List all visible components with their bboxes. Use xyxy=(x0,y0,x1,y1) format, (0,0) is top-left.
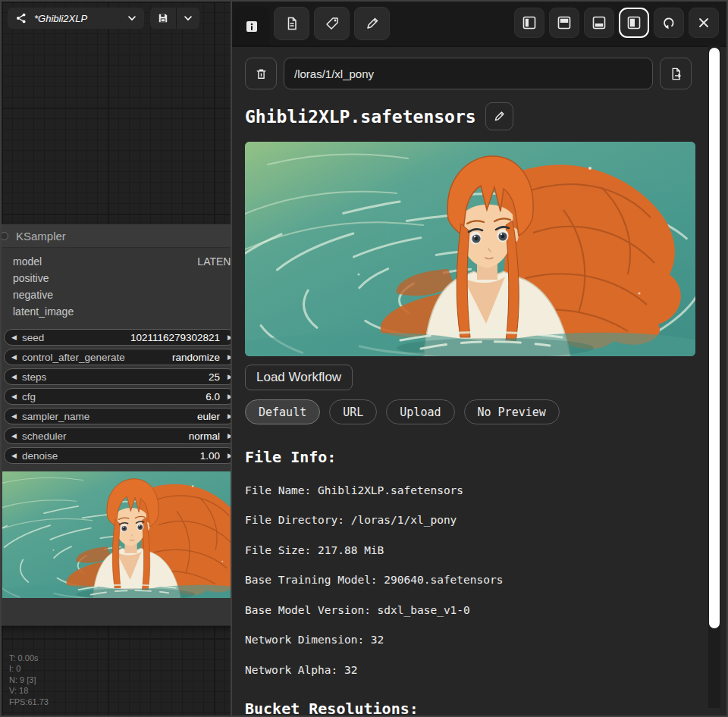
decrement-arrow-icon[interactable]: ◀ xyxy=(11,413,17,420)
save-icon xyxy=(157,12,169,24)
file-name-line: File Name: Ghibli2XLP.safetensors xyxy=(245,484,692,496)
tab-document[interactable] xyxy=(274,7,309,40)
dock-bottom-icon xyxy=(592,15,607,30)
node-input-label: model xyxy=(13,255,42,268)
dock-left-button[interactable] xyxy=(514,8,544,38)
swap-arrow-icon xyxy=(661,15,676,30)
stat-time: T: 0.00s xyxy=(9,653,49,663)
share-icon xyxy=(15,12,27,24)
save-options-button[interactable] xyxy=(176,8,199,29)
widget-control-after-generate[interactable]: ◀ control_after_generate randomize ▶ xyxy=(4,349,231,365)
chevron-down-icon xyxy=(184,14,193,23)
graph-canvas[interactable]: *Ghibli2XLP KSampl xyxy=(2,2,231,715)
widget-seed[interactable]: ◀ seed 1021116279302821 ▶ xyxy=(4,329,231,346)
dock-right-button[interactable] xyxy=(619,8,649,38)
widget-scheduler[interactable]: ◀ scheduler normal ▶ xyxy=(4,427,231,444)
node-preview-image xyxy=(2,471,231,598)
stat-version: V: 18 xyxy=(9,685,49,696)
dock-top-button[interactable] xyxy=(549,8,579,38)
decrement-arrow-icon[interactable]: ◀ xyxy=(11,393,17,400)
node-output-label: LATENT xyxy=(197,255,231,268)
dock-top-icon xyxy=(557,15,572,30)
trash-icon xyxy=(254,67,268,81)
model-title: Ghibli2XLP.safetensors xyxy=(245,107,476,127)
chevron-down-icon xyxy=(127,14,136,23)
close-icon xyxy=(697,16,711,30)
stat-nodes: N: 9 [3] xyxy=(9,675,49,685)
node-title: KSampler xyxy=(16,230,66,243)
panel-content: Ghibli2XLP.safetensors Load Workflow Def… xyxy=(232,45,726,715)
preview-default-button[interactable]: Default xyxy=(245,399,320,424)
document-icon xyxy=(284,16,300,31)
node-input-label: positive xyxy=(13,272,49,284)
pencil-icon xyxy=(493,110,506,123)
dock-right-icon xyxy=(626,15,642,30)
move-file-button[interactable] xyxy=(660,58,692,89)
model-preview-image[interactable] xyxy=(245,142,695,356)
base-model-version-line: Base Model Version: sdxl_base_v1-0 xyxy=(245,604,692,616)
info-icon xyxy=(244,19,259,34)
file-size-line: File Size: 217.88 MiB xyxy=(245,544,692,556)
widget-sampler-name[interactable]: ◀ sampler_name euler ▶ xyxy=(4,408,231,424)
directory-path-input[interactable] xyxy=(284,58,653,89)
base-training-model-line: Base Training Model: 290640.safetensors xyxy=(245,574,692,586)
decrement-arrow-icon[interactable]: ◀ xyxy=(11,334,17,341)
workflow-selector[interactable]: *Ghibli2XLP xyxy=(8,8,144,29)
preview-url-button[interactable]: URL xyxy=(329,399,377,424)
canvas-stats: T: 0.00s I: 0 N: 9 [3] V: 18 FPS:61.73 xyxy=(9,653,49,707)
preview-upload-button[interactable]: Upload xyxy=(386,399,454,424)
preview-none-button[interactable]: No Preview xyxy=(464,399,560,424)
tab-tags[interactable] xyxy=(314,7,350,40)
node-widgets: ◀ seed 1021116279302821 ▶ ◀ control_afte… xyxy=(2,321,231,464)
node-collapse-dot[interactable] xyxy=(2,232,8,240)
node-io-section: model LATENT positive negative latent_im… xyxy=(2,248,231,321)
widget-denoise[interactable]: ◀ denoise 1.00 ▶ xyxy=(4,447,231,464)
node-title-bar[interactable]: KSampler xyxy=(2,224,231,248)
load-workflow-button[interactable]: Load Workflow xyxy=(245,365,353,390)
scrollbar-thumb[interactable] xyxy=(709,48,720,628)
decrement-arrow-icon[interactable]: ◀ xyxy=(11,374,17,380)
stat-iterations: I: 0 xyxy=(9,663,49,674)
workflow-name: *Ghibli2XLP xyxy=(34,13,121,24)
panel-tab-bar xyxy=(232,2,726,45)
tag-icon xyxy=(325,16,340,31)
rename-button[interactable] xyxy=(485,102,513,130)
file-directory-line: File Directory: /loras/1/xl_pony xyxy=(245,514,692,526)
widget-steps[interactable]: ◀ steps 25 ▶ xyxy=(4,368,231,385)
tab-edit[interactable] xyxy=(354,7,390,40)
title-row: Ghibli2XLP.safetensors xyxy=(245,102,692,130)
swap-side-button[interactable] xyxy=(654,8,684,38)
file-info-heading: File Info: xyxy=(245,448,692,466)
widget-cfg[interactable]: ◀ cfg 6.0 ▶ xyxy=(4,388,231,405)
stat-fps: FPS:61.73 xyxy=(9,697,49,707)
bucket-resolutions-heading: Bucket Resolutions: xyxy=(245,700,692,716)
workflow-toolbar: *Ghibli2XLP xyxy=(8,8,199,29)
decrement-arrow-icon[interactable]: ◀ xyxy=(11,354,17,361)
delete-button[interactable] xyxy=(245,58,277,89)
ksampler-node[interactable]: KSampler model LATENT positive negative … xyxy=(2,224,231,626)
dock-left-icon xyxy=(522,15,537,30)
node-input-label: negative xyxy=(13,289,53,301)
decrement-arrow-icon[interactable]: ◀ xyxy=(11,433,17,440)
panel-window-buttons xyxy=(514,8,719,38)
network-alpha-line: Network Alpha: 32 xyxy=(245,664,692,676)
decrement-arrow-icon[interactable]: ◀ xyxy=(11,452,17,459)
save-button-group xyxy=(150,8,199,29)
tab-info[interactable] xyxy=(234,7,269,45)
node-input-label: latent_image xyxy=(13,305,74,318)
preview-source-buttons: Default URL Upload No Preview xyxy=(245,399,692,424)
close-panel-button[interactable] xyxy=(689,8,719,38)
path-row xyxy=(245,58,692,89)
model-info-panel: Ghibli2XLP.safetensors Load Workflow Def… xyxy=(231,2,726,715)
save-button[interactable] xyxy=(150,8,176,29)
file-export-icon xyxy=(669,67,683,81)
panel-scrollbar[interactable] xyxy=(708,45,720,708)
dock-bottom-button[interactable] xyxy=(584,8,614,38)
network-dimension-line: Network Dimension: 32 xyxy=(245,634,692,646)
pencil-icon xyxy=(365,16,380,31)
